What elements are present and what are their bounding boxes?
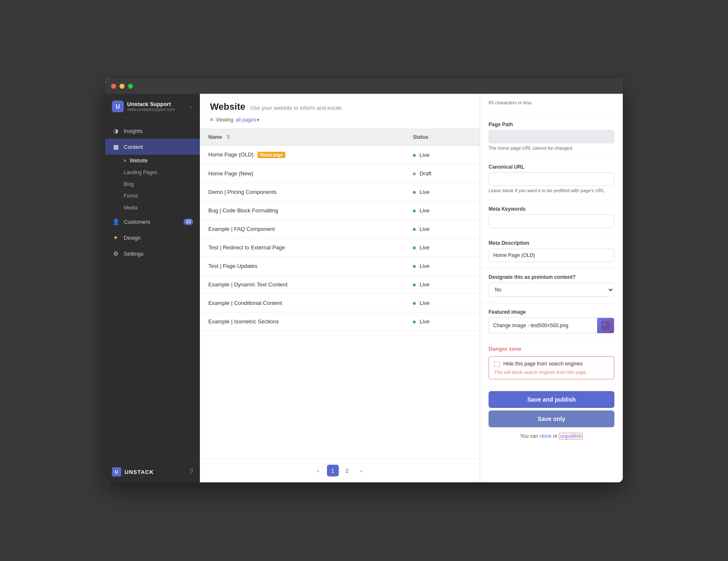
filter-icon: ≡ bbox=[210, 116, 213, 123]
sidebar-nav: ◑ Insights ▦ Content Website Landing Pag… bbox=[105, 118, 200, 461]
viewing-label: Viewing bbox=[216, 117, 234, 123]
status-text: Live bbox=[420, 281, 430, 288]
blog-label: Blog bbox=[124, 181, 134, 187]
svg-point-1 bbox=[603, 323, 606, 325]
table-row[interactable]: Demo | Pricing Components Live bbox=[200, 183, 480, 201]
main-header: Website Use your website to inform and e… bbox=[200, 94, 480, 129]
table-row[interactable]: Test | Page Updates Live bbox=[200, 257, 480, 275]
table-row[interactable]: Example | FAQ Component Live bbox=[200, 220, 480, 238]
sidebar-sub-item-media[interactable]: Media bbox=[124, 202, 200, 214]
canonical-url-input[interactable] bbox=[489, 172, 614, 186]
page-path-hint: The home page URL cannot be changed. bbox=[489, 145, 614, 151]
sidebar-item-content[interactable]: ▦ Content bbox=[105, 139, 200, 155]
save-publish-button[interactable]: Save and publish bbox=[489, 391, 614, 408]
col-status: Status bbox=[404, 129, 480, 146]
help-icon[interactable]: ? bbox=[189, 468, 193, 476]
row-status-cell: Live bbox=[404, 294, 480, 312]
sort-icon[interactable]: ⇅ bbox=[226, 134, 230, 140]
pagination: ‹ 1 2 › bbox=[200, 458, 480, 482]
status-indicator bbox=[413, 265, 416, 268]
sidebar-item-settings[interactable]: ⚙ Settings bbox=[105, 246, 200, 262]
save-only-button[interactable]: Save only bbox=[489, 410, 614, 427]
brand-url: www.unstacksupport.com bbox=[127, 107, 175, 112]
landing-pages-label: Landing Pages bbox=[124, 169, 157, 175]
table-row[interactable]: Test | Redirect to External Page Live bbox=[200, 238, 480, 257]
row-name-cell: Example | Conditional Content bbox=[200, 294, 404, 312]
col-name: Name ⇅ bbox=[200, 129, 404, 146]
table-row[interactable]: Home Page (OLD) Home page Live bbox=[200, 146, 480, 164]
premium-content-section: Designate this as premium content? No Ye… bbox=[480, 268, 623, 303]
close-button[interactable] bbox=[111, 84, 116, 89]
meta-keywords-input[interactable] bbox=[489, 214, 614, 228]
sidebar-sub-item-website[interactable]: Website bbox=[124, 155, 200, 167]
sidebar-sub-item-forms[interactable]: Forms bbox=[124, 190, 200, 202]
sidebar-footer: U UNSTACK ? bbox=[105, 461, 200, 482]
sidebar-item-customers-label: Customers bbox=[124, 219, 150, 225]
sidebar-item-content-label: Content bbox=[124, 144, 143, 150]
next-page-button[interactable]: › bbox=[356, 465, 367, 476]
pages-filter-link[interactable]: all pages ▾ bbox=[236, 117, 259, 123]
table-row[interactable]: Example | Conditional Content Live bbox=[200, 294, 480, 312]
featured-image-thumbnail[interactable] bbox=[597, 318, 614, 333]
danger-zone-section: Danger zone Hide this page from search e… bbox=[480, 340, 623, 385]
table-row[interactable]: Example | Dynamic Text Content Live bbox=[200, 275, 480, 294]
row-name: Home Page (OLD) bbox=[208, 151, 254, 158]
danger-zone-label: Danger zone bbox=[489, 346, 614, 352]
brand-dropdown-icon[interactable]: ⌄ bbox=[189, 103, 193, 109]
row-name: Example | Conditional Content bbox=[208, 300, 282, 306]
sidebar-item-insights-label: Insights bbox=[124, 128, 143, 134]
unpublish-link[interactable]: unpublish bbox=[559, 433, 583, 439]
row-status-cell: Live bbox=[404, 201, 480, 220]
sidebar-sub-item-landing-pages[interactable]: Landing Pages bbox=[124, 167, 200, 178]
row-status-cell: Live bbox=[404, 275, 480, 294]
sidebar-item-design[interactable]: ✦ Design bbox=[105, 230, 200, 246]
premium-content-select[interactable]: No Yes bbox=[489, 283, 614, 297]
viewing-row: ≡ Viewing all pages ▾ bbox=[210, 116, 470, 123]
sidebar-sub-item-blog[interactable]: Blog bbox=[124, 178, 200, 190]
sidebar-item-settings-label: Settings bbox=[124, 251, 143, 257]
page-2-button[interactable]: 2 bbox=[341, 465, 353, 476]
footer-brand-icon: U bbox=[112, 467, 121, 476]
viewing-filter-text: all pages bbox=[236, 117, 256, 123]
page-1-button[interactable]: 1 bbox=[327, 465, 339, 476]
table-row[interactable]: Example | Isometric Sections Live bbox=[200, 312, 480, 331]
hide-page-label: Hide this page from search engines bbox=[503, 361, 583, 367]
status-indicator bbox=[413, 209, 416, 212]
pages-table-area: Name ⇅ Status Home Page (OLD) Home page bbox=[200, 129, 480, 482]
app-window: U Unstack Support www.unstacksupport.com… bbox=[105, 79, 623, 482]
brand-name: Unstack Support bbox=[127, 101, 175, 107]
table-row[interactable]: Home Page (New) Draft bbox=[200, 164, 480, 183]
content-icon: ▦ bbox=[112, 143, 120, 151]
clone-link[interactable]: clone bbox=[539, 433, 552, 439]
sidebar: U Unstack Support www.unstacksupport.com… bbox=[105, 94, 200, 482]
page-path-input[interactable] bbox=[489, 130, 614, 143]
canonical-url-section: Canonical URL Leave blank if you want it… bbox=[480, 158, 623, 200]
row-name-cell: Example | Dynamic Text Content bbox=[200, 275, 404, 294]
sidebar-item-customers[interactable]: 👤 Customers 13 bbox=[105, 214, 200, 230]
meta-description-label: Meta Description bbox=[489, 240, 614, 246]
row-name-cell: Demo | Pricing Components bbox=[200, 183, 404, 201]
table-row[interactable]: Bug | Code Block Formatting Live bbox=[200, 201, 480, 220]
pages-table: Name ⇅ Status Home Page (OLD) Home page bbox=[200, 129, 480, 331]
page-title: Website bbox=[210, 101, 245, 112]
minimize-button[interactable] bbox=[120, 84, 125, 89]
maximize-button[interactable] bbox=[128, 84, 133, 89]
sidebar-item-insights[interactable]: ◑ Insights bbox=[105, 123, 200, 139]
row-status-cell: Live bbox=[404, 220, 480, 238]
panel-char-hint-section: 65 characters or less. bbox=[480, 94, 623, 116]
row-name: Test | Page Updates bbox=[208, 263, 258, 269]
clone-row: You can clone or unpublish bbox=[480, 430, 623, 439]
meta-description-input[interactable] bbox=[489, 249, 614, 262]
prev-page-button[interactable]: ‹ bbox=[313, 465, 324, 476]
customers-badge: 13 bbox=[183, 219, 193, 225]
canonical-url-label: Canonical URL bbox=[489, 164, 614, 170]
row-name-cell: Test | Page Updates bbox=[200, 257, 404, 275]
row-name: Example | Isometric Sections bbox=[208, 318, 279, 325]
hide-page-checkbox[interactable] bbox=[494, 361, 500, 367]
brand-icon: U bbox=[112, 101, 124, 112]
sidebar-header: U Unstack Support www.unstacksupport.com… bbox=[105, 94, 200, 118]
status-indicator bbox=[413, 302, 416, 305]
status-text: Live bbox=[420, 226, 430, 232]
canonical-url-hint: Leave blank if you want it to be prefill… bbox=[489, 188, 614, 194]
page-subtitle: Use your website to inform and excite. bbox=[250, 105, 343, 111]
